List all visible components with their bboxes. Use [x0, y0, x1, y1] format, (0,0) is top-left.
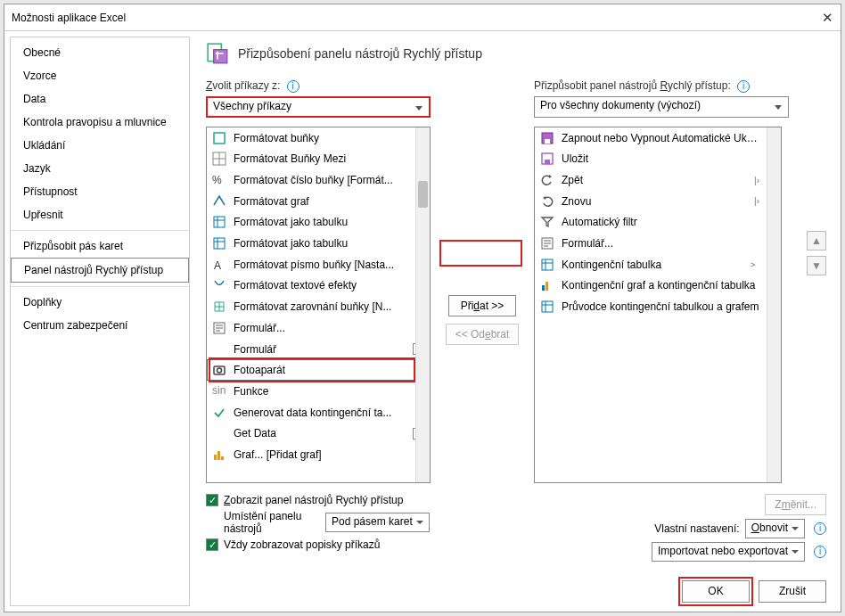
sidebar-item[interactable]: Přizpůsobit pás karet — [11, 234, 189, 258]
list-item[interactable]: Formulář... — [207, 317, 430, 339]
move-up-button[interactable]: ▲ — [807, 231, 826, 251]
list-item[interactable]: %Formátovat číslo buňky [Formát... — [207, 169, 430, 191]
sidebar-item[interactable]: Upřesnit — [11, 203, 189, 226]
item-label: Get Data — [234, 427, 406, 439]
list-item[interactable]: Kontingenční tabulka> — [535, 254, 765, 275]
submenu-arrow-icon: > — [751, 260, 759, 269]
item-label: Zapnout nebo Vypnout Automatické Uklá... — [562, 132, 759, 144]
sidebar-item[interactable]: Centrum zabezpečení — [11, 314, 189, 337]
import-export-dropdown[interactable]: Importovat nebo exportovat — [652, 542, 805, 562]
sidebar-item[interactable]: Vzorce — [11, 64, 189, 87]
move-down-button[interactable]: ▼ — [807, 256, 826, 275]
list-item[interactable]: Zpět|› — [535, 169, 765, 191]
command-icon: % — [212, 173, 226, 187]
ok-button[interactable]: OK — [682, 580, 750, 603]
list-item[interactable]: Uložit — [535, 149, 765, 170]
reset-dropdown[interactable]: Obnovit — [745, 519, 805, 538]
item-label: Formátovat jako tabulku — [234, 237, 408, 250]
add-button[interactable]: Přidat >> — [448, 295, 516, 316]
svg-rect-6 — [214, 238, 225, 249]
command-icon — [212, 300, 226, 314]
list-item[interactable]: Zapnout nebo Vypnout Automatické Uklá... — [535, 127, 765, 149]
command-icon — [212, 194, 226, 209]
list-item[interactable]: Formátovat textové efekty — [207, 275, 430, 297]
list-item[interactable]: Formulář... — [535, 233, 765, 254]
command-icon — [212, 448, 226, 462]
choose-commands-label: Zvolit příkazy z: i — [206, 79, 431, 93]
separator — [11, 230, 189, 231]
reorder-buttons: ▲ ▼ — [807, 231, 826, 483]
right-column: Přizpůsobit panel nástrojů Rychlý přístu… — [534, 79, 792, 483]
svg-rect-5 — [214, 217, 225, 227]
sidebar-item[interactable]: Panel nástrojů Rychlý přístup — [11, 258, 189, 283]
modify-button[interactable]: Změnit... — [765, 494, 826, 515]
list-item[interactable]: Formátovat Buňky Mezi — [207, 149, 430, 170]
item-label: Formátovat buňky — [234, 132, 408, 144]
help-icon[interactable]: i — [287, 80, 299, 93]
command-icon — [540, 173, 554, 187]
customize-scope-dropdown[interactable]: Pro všechny dokumenty (výchozí) — [534, 96, 789, 118]
remove-button[interactable]: << Odebrat — [446, 324, 520, 345]
list-item[interactable]: Formátovat jako tabulku> — [207, 212, 430, 234]
position-dropdown[interactable]: Pod pásem karet — [325, 513, 430, 532]
list-item[interactable]: Fotoaparát — [207, 359, 430, 381]
command-icon — [540, 131, 554, 145]
svg-point-10 — [217, 368, 222, 373]
command-icon — [212, 321, 226, 335]
cancel-button[interactable]: Zrušit — [759, 580, 826, 603]
list-item[interactable]: Kontingenční graf a kontingenční tabulka — [535, 275, 765, 297]
command-icon — [540, 215, 554, 229]
sidebar-item[interactable]: Obecné — [11, 41, 189, 64]
sidebar-item[interactable]: Přístupnost — [11, 180, 189, 203]
qat-listbox[interactable]: Zapnout nebo Vypnout Automatické Uklá...… — [534, 127, 782, 483]
list-item[interactable]: Průvodce kontingenční tabulkou a grafem — [535, 296, 765, 317]
item-label: Fotoaparát — [234, 364, 408, 376]
show-qat-checkbox-row[interactable]: ✓ Zobrazit panel nástrojů Rychlý přístup — [206, 494, 509, 506]
command-icon — [212, 215, 226, 229]
list-item[interactable]: AFormátovat písmo buňky [Nasta... — [207, 254, 430, 275]
list-item[interactable]: Formátovat buňky — [207, 127, 430, 149]
close-icon[interactable]: ✕ — [807, 10, 833, 26]
list-item[interactable]: Generovat data kontingenční ta... — [207, 402, 430, 423]
scrollbar[interactable] — [767, 127, 781, 482]
item-label: Formulář... — [562, 237, 759, 250]
command-icon — [212, 406, 226, 420]
checkbox-icon: ✓ — [206, 538, 218, 551]
help-icon[interactable]: i — [814, 522, 826, 535]
list-item[interactable]: Formátovat graf — [207, 191, 430, 212]
svg-rect-21 — [542, 285, 545, 291]
commands-listbox[interactable]: Formátovat buňkyFormátovat Buňky Mezi%Fo… — [206, 127, 431, 483]
sidebar-item[interactable]: Jazyk — [11, 157, 189, 180]
list-item[interactable]: Formátovat jako tabulku> — [207, 233, 430, 254]
list-item[interactable]: sinθFunkce> — [207, 381, 430, 402]
scroll-thumb[interactable] — [418, 181, 428, 208]
svg-rect-18 — [545, 160, 550, 164]
sidebar-item[interactable]: Kontrola pravopisu a mluvnice — [11, 111, 189, 134]
panel-heading: Přizpůsobení panelu nástrojů Rychlý přís… — [206, 42, 826, 65]
choose-commands-dropdown[interactable]: Všechny příkazy — [206, 96, 431, 118]
sidebar-item[interactable]: Doplňky — [11, 291, 189, 314]
help-icon[interactable]: i — [814, 546, 826, 558]
item-label: Formulář... — [234, 322, 408, 334]
always-labels-checkbox-row[interactable]: ✓ Vždy zobrazovat popisky příkazů — [206, 538, 509, 551]
item-label: Formátovat Buňky Mezi — [234, 152, 408, 165]
item-label: Znovu — [562, 195, 747, 208]
sidebar-item[interactable]: Data — [11, 87, 189, 111]
list-item[interactable]: Znovu|› — [535, 191, 765, 212]
list-item[interactable]: Automatický filtr — [535, 212, 765, 234]
list-item[interactable]: Formátovat zarovnání buňky [N... — [207, 296, 430, 317]
custom-settings-label: Vlastní nastavení: — [654, 522, 739, 535]
list-item[interactable]: Graf... [Přidat graf] — [207, 444, 430, 465]
separator — [11, 286, 189, 287]
item-label: Graf... [Přidat graf] — [234, 448, 408, 461]
item-label: Kontingenční graf a kontingenční tabulka — [562, 279, 759, 292]
dialog-footer: OK Zrušit — [682, 580, 826, 603]
list-item[interactable]: Get Data▾ — [207, 423, 430, 444]
main-panel: Přizpůsobení panelu nástrojů Rychlý přís… — [195, 31, 841, 612]
item-label: Formátovat zarovnání buňky [N... — [234, 300, 408, 313]
scrollbar[interactable] — [415, 127, 430, 482]
sidebar-item[interactable]: Ukládání — [11, 134, 189, 157]
command-icon — [212, 236, 226, 251]
help-icon[interactable]: i — [737, 80, 750, 93]
list-item[interactable]: Formulář▾ — [207, 339, 430, 360]
